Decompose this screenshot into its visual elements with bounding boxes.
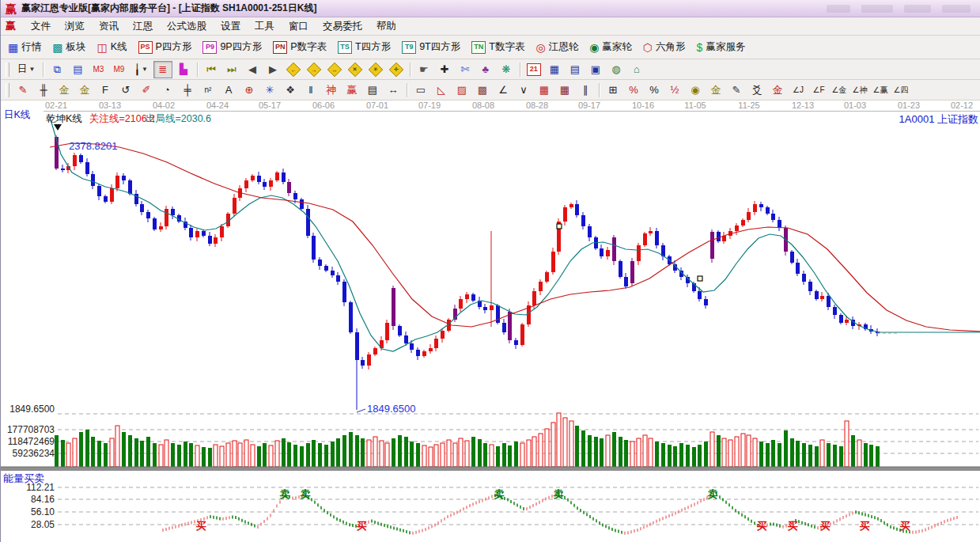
toolbar-button-grid-tool[interactable]: ▦ [535, 81, 554, 99]
toolbar-button-notepad[interactable]: ▤ [566, 61, 585, 78]
kline-chart-canvas[interactable]: 02-2103-1304-0204-2405-1706-0607-0107-19… [1, 100, 980, 542]
toolbar-button-angle-f[interactable]: ∠F [809, 81, 828, 99]
toolbar-button-crosshair-tool[interactable]: ✚ [435, 61, 454, 78]
toolbar-button-angle-tool[interactable]: ∠ [494, 81, 513, 99]
toolbar-button-tree-tool[interactable]: ♣ [476, 61, 495, 78]
toolbar-button-kline[interactable]: ◫K线 [91, 38, 132, 56]
menu-item-0[interactable]: 文件 [24, 18, 58, 35]
toolbar-button-ruler-table[interactable]: ▤ [363, 81, 382, 99]
toolbar-button-box-select[interactable]: ▭ [411, 81, 430, 99]
toolbar-button-color-histogram[interactable]: ▙ [174, 61, 193, 78]
toolbar-button-scroll-left[interactable]: ◀ [243, 61, 262, 78]
toolbar-button-angle-j[interactable]: ∠J [789, 81, 808, 99]
toolbar-button-p-table[interactable]: PNP数字表 [267, 38, 332, 56]
toolbar-button-calculator[interactable]: ▦ [545, 61, 564, 78]
toolbar-button-shaded-box[interactable]: ▨ [452, 81, 471, 99]
toolbar-button-t-square[interactable]: TST四方形 [332, 38, 396, 56]
toolbar-button-pattern-window[interactable]: ⧉ [47, 61, 66, 78]
toolbar-button-gold-red-level[interactable]: 金 [768, 81, 787, 99]
toolbar-button-compress-x[interactable]: ✕ [346, 61, 365, 78]
toolbar-button-width-measure[interactable]: ↔ [384, 81, 403, 99]
toolbar-button-last-page[interactable]: ⏭ [222, 61, 241, 78]
candle-body [508, 312, 512, 340]
toolbar-button-angle-four[interactable]: ∠四 [891, 81, 910, 99]
toolbar-button-spiral-tool[interactable]: ↺ [116, 81, 135, 99]
title-bar[interactable]: 赢 赢家江恩专业版[赢家内部服务平台] - [上证指数 SH1A0001-251… [1, 0, 980, 17]
toolbar-button-fibonacci-line[interactable]: F [96, 81, 115, 99]
toolbar-button-grid-tool-2[interactable]: ▦ [555, 81, 574, 99]
toolbar-button-angle-ying[interactable]: ∠赢 [871, 81, 890, 99]
toolbar-button-first-page[interactable]: ⏮ [202, 61, 221, 78]
toolbar-button-parallel-lines[interactable]: ‖ [301, 81, 320, 99]
toolbar-button-vee-tool[interactable]: ∨ [514, 81, 533, 99]
toolbar-button-angle-a[interactable]: A [219, 81, 238, 99]
menu-item-1[interactable]: 浏览 [58, 18, 92, 35]
toolbar-button-save[interactable]: ▣ [586, 61, 605, 78]
toolbar-grip[interactable] [6, 63, 9, 77]
toolbar-button-golden-section[interactable]: 金 [55, 81, 74, 99]
menu-item-4[interactable]: 公式选股 [160, 18, 214, 35]
menu-item-2[interactable]: 资讯 [92, 18, 126, 35]
toolbar-button-percent-line[interactable]: % [624, 81, 643, 99]
menu-item-7[interactable]: 窗口 [282, 18, 316, 35]
toolbar-button-sectors[interactable]: ▩板块 [47, 38, 91, 56]
toolbar-button-golden-box[interactable]: 金 [75, 81, 94, 99]
toolbar-button-box-web[interactable]: ❖ [281, 81, 300, 99]
toolbar-button-p-square[interactable]: PSP四方形 [133, 38, 198, 56]
toolbar-button-gann-line-2[interactable]: ╪ [178, 81, 197, 99]
toolbar-button-gann-wheel[interactable]: ◎江恩轮 [530, 38, 584, 56]
toolbar-button-winner-service[interactable]: $赢家服务 [691, 38, 751, 56]
toolbar-button-quotes[interactable]: ▦行情 [2, 38, 47, 56]
toolbar-button-info-document[interactable]: ▤ [68, 61, 87, 78]
toolbar-button-shrink-right[interactable]: → [305, 61, 324, 78]
toolbar-button-gann-clock[interactable]: ◔ [157, 81, 176, 99]
toolbar-button-qiankun-kline-toggle[interactable]: ≣ [153, 61, 172, 78]
toolbar-button-gold-level[interactable]: 金 [706, 81, 725, 99]
toolbar-button-remote-data[interactable]: ⌂ [627, 61, 646, 78]
menu-item-3[interactable]: 江恩 [126, 18, 160, 35]
toolbar-button-candle-style-dropdown[interactable]: ╽▼ [129, 62, 152, 77]
toolbar-button-shrink-left[interactable]: ← [284, 61, 303, 78]
menu-item-8[interactable]: 交易委托 [316, 18, 369, 35]
toolbar-button-gann-fan[interactable]: ◺ [432, 81, 451, 99]
toolbar-button-gann-circle[interactable]: ⊕ [240, 81, 259, 99]
toolbar-button-angle-shen[interactable]: ∠神 [850, 81, 869, 99]
toolbar-grip[interactable] [6, 83, 9, 97]
toolbar-button-n-square[interactable]: n² [199, 81, 218, 99]
toolbar-button-9t-square[interactable]: T99T四方形 [396, 38, 466, 56]
toolbar-button-calendar-21[interactable]: 21 [524, 61, 543, 78]
toolbar-button-m3-chart[interactable]: M3 [89, 61, 108, 78]
toolbar-button-web-box[interactable]: ▩ [473, 81, 492, 99]
toolbar-button-bars-scale[interactable]: ⊞ [604, 81, 622, 99]
toolbar-button-hand-tool[interactable]: ☛ [414, 61, 433, 78]
toolbar-button-percent-tool[interactable]: % [645, 81, 664, 99]
toolbar-button-half-levels[interactable]: ½ [665, 81, 684, 99]
toolbar-button-restore-x[interactable]: ✛ [387, 61, 406, 78]
toolbar-button-t-table[interactable]: TNT数字表 [466, 38, 530, 56]
toolbar-button-scroll-right[interactable]: ▶ [263, 61, 282, 78]
toolbar-button-star-web[interactable]: ✳ [260, 81, 279, 99]
toolbar-button-mark-pencil[interactable]: ✎ [727, 81, 746, 99]
toolbar-button-data-export[interactable]: ◍ [607, 61, 626, 78]
toolbar-button-period-day-dropdown[interactable]: 日▼ [13, 61, 40, 78]
toolbar-button-yao-lines[interactable]: 爻 [747, 81, 766, 99]
menu-item-6[interactable]: 工具 [248, 18, 282, 35]
toolbar-button-m9-chart[interactable]: M9 [109, 61, 128, 78]
menu-item-5[interactable]: 设置 [214, 18, 248, 35]
toolbar-button-expand-x[interactable]: ✳ [366, 61, 385, 78]
toolbar-button-pencil-tool-2[interactable]: ✐ [137, 81, 156, 99]
toolbar-button-slash-lines[interactable]: ∥ [576, 81, 595, 99]
toolbar-button-gold-circle[interactable]: ◉ [686, 81, 705, 99]
menu-item-9[interactable]: 帮助 [369, 18, 403, 35]
toolbar-button-9p-square[interactable]: P99P四方形 [197, 38, 267, 56]
toolbar-button-pencil-tool[interactable]: ✎ [13, 81, 32, 99]
toolbar-button-angle-gold[interactable]: ∠金 [830, 81, 849, 99]
toolbar-button-hexagon[interactable]: ⬡六角形 [638, 38, 691, 56]
toolbar-button-ying-tool[interactable]: 赢 [342, 81, 361, 99]
toolbar-button-winner-wheel[interactable]: ◉赢家轮 [584, 38, 638, 56]
toolbar-button-fit-width[interactable]: ↔ [325, 61, 344, 78]
toolbar-button-cut-tool[interactable]: ✄ [456, 61, 475, 78]
toolbar-button-shen-tool[interactable]: 神 [322, 81, 341, 99]
toolbar-button-web-tool[interactable]: ❋ [497, 61, 516, 78]
toolbar-button-gann-line[interactable]: ╫ [34, 81, 53, 99]
